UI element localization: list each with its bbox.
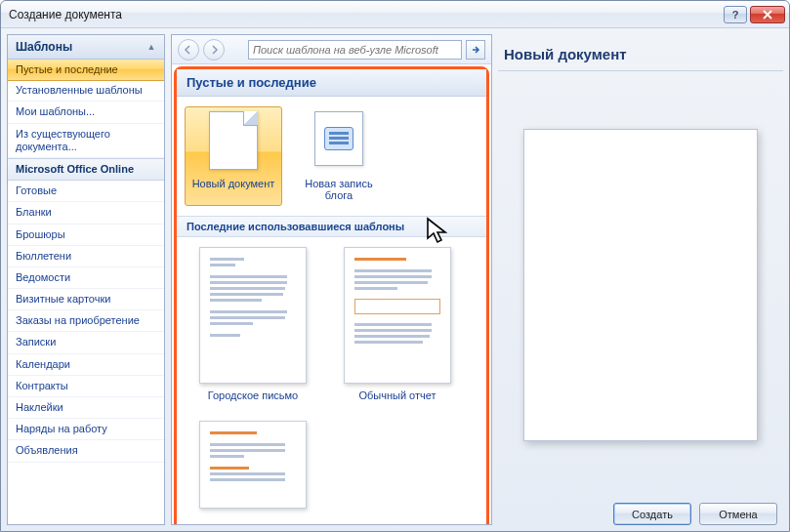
close-icon bbox=[763, 10, 772, 20]
sidebar-item-label: Наряды на работу bbox=[16, 423, 107, 434]
recent-templates-row: Городское письмо bbox=[177, 237, 486, 411]
sidebar-item-label: Пустые и последние bbox=[16, 63, 118, 75]
sidebar-item[interactable]: Записки bbox=[8, 332, 164, 353]
sidebar-item[interactable]: Заказы на приобретение bbox=[8, 310, 164, 332]
sidebar-list: Пустые и последние Установленные шаблоны… bbox=[8, 60, 164, 524]
window-title: Создание документа bbox=[9, 8, 122, 21]
titlebar: Создание документа ? bbox=[1, 1, 789, 28]
dialog-content: Шаблоны ▲ Пустые и последние Установленн… bbox=[1, 28, 789, 531]
button-label: Создать bbox=[632, 509, 673, 520]
tile-new-blog-post[interactable]: Новая запись блога bbox=[290, 106, 388, 206]
main-toolbar bbox=[172, 35, 491, 64]
templates-main-panel: Пустые и последние Новый документ bbox=[171, 34, 492, 525]
template-label: Городское письмо bbox=[208, 389, 299, 401]
sidebar-category-office-online: Microsoft Office Online bbox=[8, 158, 164, 181]
create-button[interactable]: Создать bbox=[613, 503, 691, 525]
cancel-button[interactable]: Отмена bbox=[699, 503, 777, 525]
sidebar-item[interactable]: Брошюры bbox=[8, 225, 164, 246]
arrow-right-icon bbox=[471, 45, 480, 55]
sidebar-item-label: Microsoft Office Online bbox=[16, 163, 134, 175]
nav-back-button[interactable] bbox=[178, 39, 199, 61]
sidebar-header: Шаблоны ▲ bbox=[8, 35, 164, 60]
sidebar-item-label: Бюллетени bbox=[16, 250, 71, 262]
sidebar-item-label: Контракты bbox=[16, 380, 68, 391]
sidebar-item-label: Заказы на приобретение bbox=[16, 314, 140, 326]
sidebar-item-label: Брошюры bbox=[16, 228, 65, 240]
preview-panel: Новый документ Создать Отмена bbox=[498, 34, 783, 525]
recent-templates-heading: Последние использовавшиеся шаблоны bbox=[177, 216, 486, 237]
sidebar-item-label: Записки bbox=[16, 336, 56, 348]
help-button[interactable]: ? bbox=[724, 6, 747, 23]
sidebar-item-label: Мои шаблоны... bbox=[16, 105, 95, 117]
recent-templates-row-2 bbox=[177, 411, 486, 524]
blank-tiles-row: Новый документ Новая запись блога bbox=[177, 97, 486, 216]
tile-label: Новая запись блога bbox=[305, 178, 372, 201]
divider bbox=[498, 70, 783, 71]
sidebar-item-label: Установленные шаблоны bbox=[16, 84, 143, 96]
arrow-left-icon bbox=[184, 45, 193, 55]
sidebar-item-label: Ведомости bbox=[16, 271, 70, 283]
template-thumbnail bbox=[199, 421, 307, 509]
sidebar-item-my-templates[interactable]: Мои шаблоны... bbox=[8, 102, 164, 123]
sidebar-item-label: Из существующего документа... bbox=[16, 128, 110, 152]
button-label: Отмена bbox=[719, 509, 757, 520]
blog-post-icon bbox=[312, 111, 366, 174]
preview-page-icon bbox=[523, 129, 758, 441]
template-item[interactable] bbox=[185, 421, 321, 514]
sidebar-item-label: Календари bbox=[16, 358, 70, 370]
sidebar-item-label: Визитные карточки bbox=[16, 293, 110, 305]
sidebar-item-label: Объявления bbox=[16, 444, 78, 456]
template-standard-report[interactable]: Обычный отчет bbox=[329, 247, 466, 401]
window-controls: ? bbox=[724, 6, 785, 23]
template-city-letter[interactable]: Городское письмо bbox=[185, 247, 321, 401]
dialog-button-bar: Создать Отмена bbox=[498, 495, 783, 525]
pane-heading: Пустые и последние bbox=[177, 69, 486, 97]
preview-surface bbox=[498, 75, 783, 495]
tile-new-document[interactable]: Новый документ bbox=[185, 106, 282, 206]
sidebar-item-label: Наклейки bbox=[16, 401, 63, 413]
sidebar-item[interactable]: Бланки bbox=[8, 202, 164, 224]
blank-document-icon bbox=[206, 111, 261, 174]
sidebar-item-from-existing[interactable]: Из существующего документа... bbox=[8, 124, 164, 158]
arrow-right-icon bbox=[209, 45, 219, 55]
tile-label: Новый документ bbox=[192, 178, 275, 189]
templates-sidebar: Шаблоны ▲ Пустые и последние Установленн… bbox=[7, 34, 165, 525]
preview-title: Новый документ bbox=[498, 38, 783, 64]
highlight-frame: Пустые и последние Новый документ bbox=[174, 66, 489, 524]
template-label: Обычный отчет bbox=[358, 389, 436, 401]
search-go-button[interactable] bbox=[466, 40, 485, 60]
sidebar-item-installed[interactable]: Установленные шаблоны bbox=[8, 80, 164, 102]
sidebar-item-blank-recent[interactable]: Пустые и последние bbox=[8, 60, 164, 81]
sidebar-item[interactable]: Ведомости bbox=[8, 267, 164, 289]
sidebar-item[interactable]: Бюллетени bbox=[8, 246, 164, 267]
sidebar-item[interactable]: Наклейки bbox=[8, 397, 164, 419]
main-scroll-area[interactable]: Пустые и последние Новый документ bbox=[172, 64, 491, 524]
close-button[interactable] bbox=[750, 6, 785, 23]
template-search-box[interactable] bbox=[248, 40, 462, 60]
nav-forward-button[interactable] bbox=[203, 39, 225, 61]
search-input[interactable] bbox=[249, 44, 461, 56]
chevron-up-icon[interactable]: ▲ bbox=[145, 40, 158, 54]
sidebar-item-label: Бланки bbox=[16, 206, 52, 218]
sidebar-item[interactable]: Наряды на работу bbox=[8, 419, 164, 440]
sidebar-item[interactable]: Контракты bbox=[8, 376, 164, 397]
sidebar-item[interactable]: Готовые bbox=[8, 181, 164, 202]
template-thumbnail bbox=[344, 247, 451, 384]
sidebar-header-label: Шаблоны bbox=[16, 40, 72, 54]
sidebar-item[interactable]: Визитные карточки bbox=[8, 289, 164, 310]
template-thumbnail bbox=[199, 247, 307, 384]
sidebar-item[interactable]: Календари bbox=[8, 354, 164, 376]
sidebar-item[interactable]: Объявления bbox=[8, 440, 164, 462]
new-document-dialog: Создание документа ? Шаблоны ▲ Пустые и … bbox=[0, 0, 790, 532]
sidebar-item-label: Готовые bbox=[16, 184, 57, 196]
